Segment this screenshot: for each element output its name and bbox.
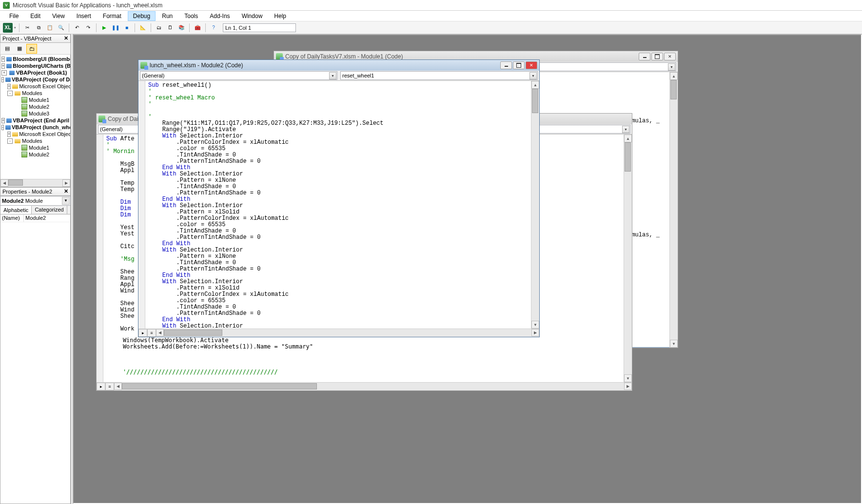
copy-icon[interactable]: ⧉ xyxy=(34,23,43,33)
tree-node[interactable]: Module2 xyxy=(0,103,70,110)
menu-tools[interactable]: Tools xyxy=(179,11,203,21)
tree-toggle-icon[interactable]: - xyxy=(1,77,4,82)
close-icon[interactable] xyxy=(526,61,537,69)
procedure-view-icon[interactable]: ▸ xyxy=(97,383,105,390)
tree-label: BloombergUICharts (Blo xyxy=(13,63,71,69)
undo-icon[interactable]: ↶ xyxy=(72,23,82,33)
tree-label: Modules xyxy=(22,90,42,96)
tree-node[interactable]: Module1 xyxy=(0,97,70,103)
tree-node[interactable]: +Microsoft Excel Objects xyxy=(0,131,70,137)
tree-node[interactable]: +BloombergUI (Bloomberg xyxy=(0,56,70,62)
menu-debug[interactable]: Debug xyxy=(128,11,156,21)
tree-label: VBAProject (Copy of Dai xyxy=(12,77,71,82)
menu-format[interactable]: Format xyxy=(98,11,127,21)
tree-toggle-icon[interactable]: - xyxy=(1,125,4,130)
paste-icon[interactable]: 📋 xyxy=(45,23,55,33)
main-toolbar: XL ▾ ✂ ⧉ 📋 🔍 ↶ ↷ ▶ ❚❚ ■ 📐 🗂 🗒 📚 🧰 ? Ln 1… xyxy=(0,21,862,34)
menu-view[interactable]: View xyxy=(47,11,70,21)
tree-node[interactable]: +VBAProject (End April 20 xyxy=(0,117,70,124)
tree-toggle-icon[interactable]: + xyxy=(7,132,11,137)
scroll-left-icon[interactable]: ◀ xyxy=(0,179,8,187)
project-tree[interactable]: +BloombergUI (Bloomberg+BloombergUIChart… xyxy=(0,55,71,187)
property-row[interactable]: (Name)Module2 xyxy=(0,214,70,222)
props-tab-categorized[interactable]: Categorized xyxy=(32,206,67,214)
redo-icon[interactable]: ↷ xyxy=(83,23,93,33)
object-browser-icon[interactable]: 📚 xyxy=(176,23,186,33)
scroll-right-icon[interactable]: ▶ xyxy=(62,179,70,187)
module-icon xyxy=(98,116,105,122)
tree-toggle-icon[interactable]: - xyxy=(7,138,13,144)
proj-icon xyxy=(8,70,15,76)
menu-file[interactable]: File xyxy=(4,11,24,21)
tree-node[interactable]: Module2 xyxy=(0,151,70,158)
close-icon[interactable] xyxy=(664,53,676,60)
window-titlebar[interactable]: lunch_wheel.xlsm - Module2 (Code) xyxy=(138,60,539,71)
tree-toggle-icon[interactable]: + xyxy=(7,84,11,89)
excel-icon[interactable]: XL xyxy=(3,23,13,33)
project-tree-hscroll[interactable]: ◀ ▶ xyxy=(0,179,70,187)
cursor-position: Ln 1, Col 1 xyxy=(223,23,296,32)
full-module-view-icon[interactable]: ≡ xyxy=(147,329,156,337)
project-panel-header: Project - VBAProject ✕ xyxy=(0,34,71,43)
full-module-view-icon[interactable]: ≡ xyxy=(105,383,114,390)
view-code-icon[interactable]: ▤ xyxy=(2,44,13,54)
tree-node[interactable]: -Modules xyxy=(0,137,70,144)
tree-toggle-icon[interactable]: + xyxy=(1,70,7,76)
properties-object-combo[interactable]: Module2 Module ▼ xyxy=(0,196,71,206)
view-object-icon[interactable]: ▦ xyxy=(14,44,25,54)
properties-icon[interactable]: 🗒 xyxy=(165,23,175,33)
menu-help[interactable]: Help xyxy=(269,11,292,21)
menu-edit[interactable]: Edit xyxy=(25,11,46,21)
scroll-right-icon[interactable]: ▶ xyxy=(531,329,539,336)
maximize-icon[interactable] xyxy=(651,53,663,60)
cut-icon[interactable]: ✂ xyxy=(22,23,32,33)
close-project-panel-icon[interactable]: ✕ xyxy=(62,35,69,42)
code-editor[interactable]: Sub reset_wheel1() ' ' reset_wheel Macro… xyxy=(145,81,531,329)
procedure-view-icon[interactable]: ▸ xyxy=(138,329,147,337)
break-icon[interactable]: ❚❚ xyxy=(111,23,120,33)
combo-arrow-icon[interactable]: ▼ xyxy=(62,197,70,205)
tree-node[interactable]: +VBAProject (Book1) xyxy=(0,69,70,76)
tree-toggle-icon[interactable]: + xyxy=(1,57,5,62)
tree-node[interactable]: Module1 xyxy=(0,144,70,151)
toolbox-icon[interactable]: 🧰 xyxy=(193,23,202,33)
mod-icon xyxy=(21,111,28,116)
menu-add-ins[interactable]: Add-Ins xyxy=(204,11,235,21)
project-explorer-icon[interactable]: 🗂 xyxy=(154,23,164,33)
toggle-folders-icon[interactable]: 🗀 xyxy=(26,44,37,54)
menu-run[interactable]: Run xyxy=(157,11,178,21)
procedure-combo[interactable]: reset_wheel1 ▼ xyxy=(340,71,538,80)
folder-icon xyxy=(12,83,18,89)
module-icon xyxy=(276,53,283,60)
vertical-scrollbar[interactable]: ▲ ▼ xyxy=(669,72,678,348)
tree-node[interactable]: Module3 xyxy=(0,110,70,117)
find-icon[interactable]: 🔍 xyxy=(56,23,66,33)
tree-node[interactable]: +BloombergUICharts (Blo xyxy=(0,62,70,69)
menu-window[interactable]: Window xyxy=(236,11,268,21)
design-mode-icon[interactable]: 📐 xyxy=(138,23,148,33)
props-tab-alphabetic[interactable]: Alphabetic xyxy=(0,206,32,214)
tree-toggle-icon[interactable]: - xyxy=(7,91,13,96)
close-properties-panel-icon[interactable]: ✕ xyxy=(62,188,69,195)
module-icon xyxy=(140,62,147,69)
tree-toggle-icon[interactable]: + xyxy=(1,63,5,69)
tree-node[interactable]: -VBAProject (lunch_whee xyxy=(0,124,70,131)
minimize-icon[interactable] xyxy=(500,61,512,69)
tree-node[interactable]: -Modules xyxy=(0,90,70,97)
run-icon[interactable]: ▶ xyxy=(99,23,109,33)
tree-label: Module2 xyxy=(29,104,49,110)
scroll-left-icon[interactable]: ◀ xyxy=(114,383,122,390)
vertical-scrollbar[interactable]: ▲ ▼ xyxy=(531,81,539,329)
scroll-right-icon[interactable]: ▶ xyxy=(624,383,632,390)
object-combo[interactable]: (General) ▼ xyxy=(140,71,337,80)
maximize-icon[interactable] xyxy=(513,61,525,69)
tree-node[interactable]: +Microsoft Excel Objects xyxy=(0,83,70,90)
tree-toggle-icon[interactable]: + xyxy=(1,118,5,123)
reset-icon[interactable]: ■ xyxy=(122,23,132,33)
minimize-icon[interactable] xyxy=(639,53,650,60)
scroll-left-icon[interactable]: ◀ xyxy=(156,329,164,336)
tree-node[interactable]: -VBAProject (Copy of Dai xyxy=(0,76,70,83)
vertical-scrollbar[interactable]: ▲ ▼ xyxy=(624,135,632,382)
help-icon[interactable]: ? xyxy=(209,23,218,33)
menu-insert[interactable]: Insert xyxy=(71,11,97,21)
